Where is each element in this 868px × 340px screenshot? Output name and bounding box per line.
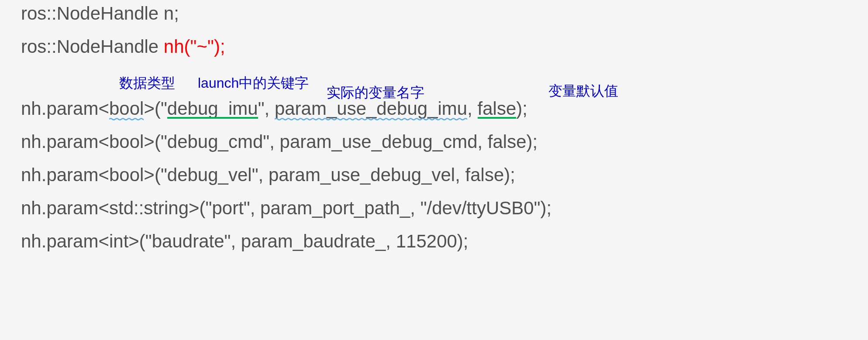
code-line-7: nh.param<int>("baudrate", param_baudrate…: [21, 232, 847, 251]
annotation-variable-name: 实际的变量名字: [327, 86, 424, 100]
code-text: ros::NodeHandle: [21, 36, 164, 57]
code-text-highlight: nh("~");: [164, 36, 225, 57]
code-text: nh.param<std::string>("port", param_port…: [21, 198, 551, 218]
code-text: nh.param<bool>("debug_vel", param_use_de…: [21, 165, 515, 185]
code-text: ",: [258, 98, 275, 119]
segment-variable: param_use_debug_imu: [275, 98, 467, 119]
code-line-3: nh.param<bool>("debug_imu", param_use_de…: [21, 100, 847, 118]
green-underline: [478, 117, 517, 119]
code-text: );: [516, 98, 527, 119]
segment-default: false: [478, 98, 517, 119]
code-line-6: nh.param<std::string>("port", param_port…: [21, 199, 847, 217]
code-line-2: ros::NodeHandle nh("~");: [21, 38, 847, 56]
code-line-4: nh.param<bool>("debug_cmd", param_use_de…: [21, 133, 847, 151]
squiggly-underline: [109, 117, 144, 121]
code-text: nh.param<: [21, 98, 109, 119]
squiggly-underline: [275, 117, 467, 121]
code-container: ros::NodeHandle n; ros::NodeHandle nh("~…: [0, 0, 868, 251]
annotation-row: 数据类型 launch中的关键字 实际的变量名字 变量默认值: [21, 71, 847, 100]
annotation-default-value: 变量默认值: [548, 84, 618, 98]
annotation-keyword: launch中的关键字: [198, 76, 309, 90]
code-text: nh.param<int>("baudrate", param_baudrate…: [21, 231, 468, 251]
code-text: ros::NodeHandle n;: [21, 3, 179, 24]
segment-key: debug_imu: [167, 98, 258, 119]
annotation-data-type: 数据类型: [119, 76, 175, 90]
code-text: nh.param<bool>("debug_cmd", param_use_de…: [21, 131, 537, 152]
code-text: >(": [144, 98, 167, 119]
code-line-1: ros::NodeHandle n;: [21, 4, 847, 23]
green-underline: [167, 117, 258, 119]
segment-type: bool: [109, 98, 144, 119]
code-text: ,: [467, 98, 477, 119]
code-line-5: nh.param<bool>("debug_vel", param_use_de…: [21, 166, 847, 184]
